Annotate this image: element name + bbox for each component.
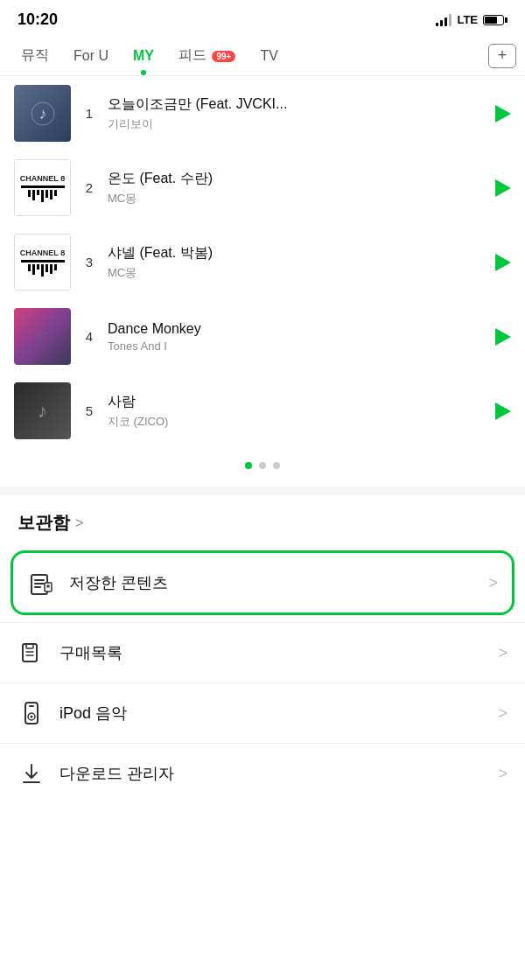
song-info: 사람 지코 (ZICO) (108, 393, 485, 430)
song-title: 오늘이조금만 (Feat. JVCKI... (108, 95, 485, 114)
song-info: Dance Monkey Tones And I (108, 321, 485, 353)
dot-2 (259, 462, 266, 469)
signal-icon (436, 14, 452, 26)
purchases-label: 구매목록 (60, 642, 498, 663)
list-item: 🎵 4 Dance Monkey Tones And I (0, 299, 525, 374)
ipod-label: iPod 음악 (60, 703, 498, 724)
section-divider (0, 486, 525, 495)
song-rank: 2 (81, 180, 97, 195)
list-item: ♪ 5 사람 지코 (ZICO) (0, 374, 525, 448)
song-info: 온도 (Feat. 수란) MC몽 (108, 170, 485, 206)
lte-indicator: LTE (457, 13, 478, 26)
saved-content-arrow: > (488, 574, 498, 592)
album-art: 🎵 (14, 308, 71, 365)
song-title: 샤넬 (Feat. 박봄) (108, 244, 485, 262)
nav-tabs: 뮤직 For U MY 피드 99+ TV + (0, 36, 525, 76)
download-icon (18, 760, 46, 788)
svg-rect-9 (23, 644, 37, 662)
purchases-arrow: > (498, 644, 508, 662)
song-title: 온도 (Feat. 수란) (108, 170, 485, 188)
song-rank: 4 (81, 329, 97, 344)
storage-item-saved-content[interactable]: 저장한 콘텐츠 > (10, 550, 514, 615)
music-note-icon: ♪ (30, 101, 56, 127)
tab-music[interactable]: 뮤직 (9, 36, 61, 75)
tab-my[interactable]: MY (121, 38, 166, 74)
song-info: 오늘이조금만 (Feat. JVCKI... 기리보이 (108, 95, 485, 132)
storage-title: 보관함 (18, 511, 70, 535)
album-art: ♪ (14, 85, 71, 142)
play-button[interactable] (495, 179, 511, 197)
add-button[interactable]: + (488, 44, 516, 68)
status-bar: 10:20 LTE (0, 0, 525, 36)
storage-item-download-manager[interactable]: 다운로드 관리자 > (0, 743, 525, 803)
status-time: 10:20 (18, 10, 58, 29)
storage-chevron-icon: > (75, 515, 83, 531)
album-art: ♪ (14, 382, 71, 439)
tab-feed[interactable]: 피드 99+ (166, 36, 248, 75)
song-artist: 기리보이 (108, 116, 485, 132)
tab-foru[interactable]: For U (61, 38, 121, 74)
song-artist: MC몽 (108, 265, 485, 281)
song-rank: 5 (81, 403, 97, 418)
storage-header[interactable]: 보관함 > (0, 495, 525, 543)
feed-badge: 99+ (212, 51, 235, 62)
play-button[interactable] (495, 254, 511, 271)
purchases-icon (18, 639, 46, 667)
song-artist: MC몽 (108, 191, 485, 206)
status-icons: LTE (436, 13, 508, 26)
song-list: ♪ 1 오늘이조금만 (Feat. JVCKI... 기리보이 CHANNEL … (0, 76, 525, 448)
download-manager-label: 다운로드 관리자 (60, 763, 498, 784)
storage-item-ipod[interactable]: iPod 음악 > (0, 682, 525, 743)
svg-point-15 (31, 716, 33, 718)
page-indicator (0, 448, 525, 486)
play-button[interactable] (495, 105, 511, 122)
ipod-icon (18, 699, 46, 727)
dot-3 (273, 462, 280, 469)
song-rank: 1 (81, 106, 97, 121)
download-manager-arrow: > (498, 765, 508, 783)
dot-1 (245, 462, 252, 469)
svg-text:♪: ♪ (38, 105, 46, 122)
tab-tv[interactable]: TV (248, 38, 290, 74)
svg-rect-10 (26, 644, 33, 648)
song-title: 사람 (108, 393, 485, 411)
song-info: 샤넬 (Feat. 박봄) MC몽 (108, 244, 485, 281)
saved-content-label: 저장한 콘텐츠 (69, 572, 488, 593)
play-button[interactable] (495, 402, 511, 420)
battery-icon (483, 15, 508, 25)
storage-item-purchases[interactable]: 구매목록 > (0, 622, 525, 682)
album-art: CHANNEL 8 (14, 159, 71, 216)
play-button[interactable] (495, 328, 511, 346)
album-art: CHANNEL 8 (14, 234, 71, 290)
song-title: Dance Monkey (108, 321, 485, 337)
saved-content-icon (27, 569, 55, 597)
svg-rect-16 (29, 705, 34, 707)
song-artist: Tones And I (108, 340, 485, 353)
list-item: CHANNEL 8 3 샤넬 (Feat. 박봄) MC몽 (0, 225, 525, 299)
storage-section: 보관함 > 저장한 콘텐츠 > 구 (0, 495, 525, 803)
song-artist: 지코 (ZICO) (108, 414, 485, 430)
ipod-arrow: > (498, 704, 508, 723)
list-item: ♪ 1 오늘이조금만 (Feat. JVCKI... 기리보이 (0, 76, 525, 150)
list-item: CHANNEL 8 2 온도 (Feat. 수란) MC몽 (0, 150, 525, 225)
song-rank: 3 (81, 255, 97, 270)
